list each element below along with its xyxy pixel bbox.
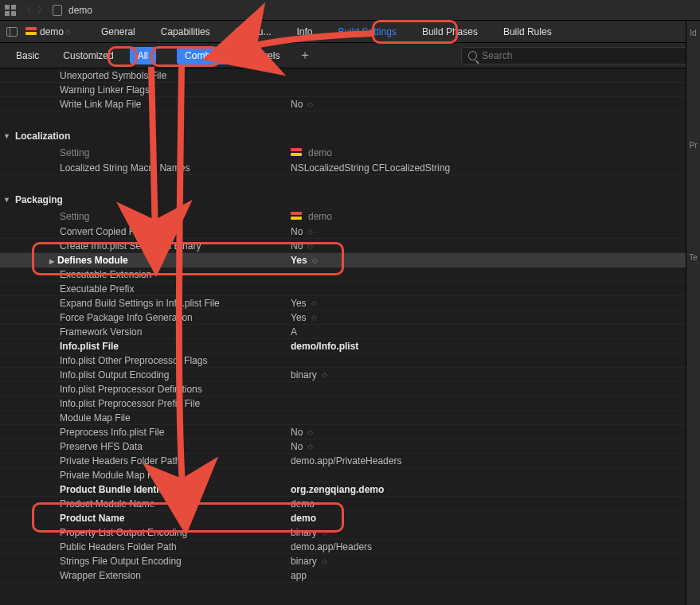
app-target-icon	[291, 212, 302, 221]
setting-row-product-name[interactable]: Product Namedemo	[0, 511, 700, 525]
setting-value[interactable]: Yes◇	[291, 255, 700, 266]
setting-row[interactable]: Framework VersionA	[0, 325, 700, 339]
tab-build-rules[interactable]: Build Rules	[491, 21, 565, 42]
setting-row[interactable]: Public Headers Folder Pathdemo.app/Heade…	[0, 540, 700, 554]
section-title: Packaging	[15, 194, 63, 205]
setting-row-defines-module[interactable]: Defines ModuleYes◇	[0, 253, 700, 267]
setting-value[interactable]: org.zengqiang.demo	[291, 484, 700, 495]
setting-key: Strings File Output Encoding	[0, 556, 291, 567]
breadcrumb-bar: 〈 〉 demo	[0, 0, 700, 21]
setting-key: Wrapper Extension	[0, 570, 291, 581]
tab-resource-tags[interactable]: Resou...	[223, 21, 284, 42]
tab-build-settings[interactable]: Build Settings	[326, 21, 409, 42]
setting-row[interactable]: Info.plist Preprocessor Definitions	[0, 382, 700, 396]
setting-key: Info.plist Other Preprocessor Flags	[0, 355, 291, 366]
apps-grid-icon[interactable]	[5, 5, 16, 16]
setting-key: Product Module Name	[0, 498, 291, 509]
setting-key: Defines Module	[0, 255, 291, 266]
setting-value[interactable]: demo	[291, 513, 700, 524]
setting-value[interactable]: binary◇	[291, 369, 700, 381]
setting-row[interactable]: Private Module Map File	[0, 468, 700, 482]
setting-row[interactable]: Unexported Symbols File	[0, 68, 700, 83]
setting-row[interactable]: Warning Linker Flags	[0, 83, 700, 97]
breadcrumb-file[interactable]: demo	[68, 5, 92, 16]
setting-row[interactable]: Create Info.plist Section in BinaryNo◇	[0, 239, 700, 253]
filter-basic[interactable]: Basic	[8, 47, 47, 64]
setting-key: Private Module Map File	[0, 470, 291, 481]
setting-value[interactable]: demo/Info.plist	[291, 341, 700, 352]
tab-capabilities[interactable]: Capabilities	[148, 21, 223, 42]
section-localization[interactable]: ▼ Localization	[0, 127, 700, 145]
setting-key: Convert Copied Files	[0, 226, 291, 237]
section-packaging[interactable]: ▼ Packaging	[0, 191, 700, 209]
setting-value[interactable]: No◇	[291, 99, 700, 110]
file-icon	[53, 5, 62, 16]
setting-row[interactable]: Info.plist Other Preprocessor Flags	[0, 353, 700, 368]
tab-general[interactable]: General	[88, 21, 148, 42]
setting-row[interactable]: Info.plist Preprocessor Prefix File	[0, 396, 700, 411]
setting-row[interactable]: Wrapper Extensionapp	[0, 568, 700, 583]
inspector-strip[interactable]: Id Pr Te	[686, 21, 700, 605]
section-title: Localization	[15, 131, 70, 142]
setting-row[interactable]: Strings File Output Encodingbinary◇	[0, 554, 700, 568]
setting-key: Info.plist Preprocessor Prefix File	[0, 398, 291, 409]
filter-combined[interactable]: Combined	[177, 47, 237, 64]
filter-all[interactable]: All	[130, 47, 156, 64]
panel-toggle-icon[interactable]	[6, 27, 18, 37]
setting-row[interactable]: Info.plist Filedemo/Info.plist	[0, 339, 700, 353]
setting-key: Warning Linker Flags	[0, 84, 291, 96]
setting-value[interactable]: app	[291, 570, 700, 581]
setting-value[interactable]: A	[291, 326, 700, 338]
search-field[interactable]	[461, 47, 692, 64]
setting-row[interactable]: Write Link Map File No◇	[0, 97, 700, 111]
setting-value[interactable]: demo.app/Headers	[291, 541, 700, 552]
setting-row[interactable]: Localized String Macro Names NSLocalized…	[0, 161, 700, 175]
setting-value[interactable]: Yes◇	[291, 298, 700, 309]
setting-row[interactable]: Force Package Info GenerationYes◇	[0, 310, 700, 325]
setting-key: Force Package Info Generation	[0, 312, 291, 323]
filter-bar: Basic Customized All Combined Levels ＋	[0, 43, 700, 68]
setting-row[interactable]: Module Map File	[0, 411, 700, 425]
target-selector[interactable]: demo ◇	[22, 26, 79, 37]
setting-value[interactable]: binary◇	[291, 527, 700, 538]
setting-value[interactable]: No◇	[291, 240, 700, 252]
filter-customized[interactable]: Customized	[55, 47, 121, 64]
setting-row[interactable]: Private Headers Folder Pathdemo.app/Priv…	[0, 454, 700, 468]
setting-row[interactable]: Product Module Namedemo	[0, 497, 700, 511]
nav-back-icon[interactable]: 〈	[22, 4, 31, 16]
setting-row[interactable]: Expand Build Settings in Info.plist File…	[0, 296, 700, 310]
disclosure-triangle-icon[interactable]: ▼	[3, 132, 10, 140]
inspector-label: Te	[686, 253, 700, 262]
setting-value[interactable]: demo.app/PrivateHeaders	[291, 455, 700, 466]
add-filter-button[interactable]: ＋	[299, 47, 311, 64]
filter-levels[interactable]: Levels	[244, 47, 288, 64]
setting-value[interactable]: No◇	[291, 441, 700, 452]
setting-row[interactable]: Product Bundle Identifierorg.zengqiang.d…	[0, 482, 700, 497]
setting-row[interactable]: Preserve HFS DataNo◇	[0, 439, 700, 454]
search-input[interactable]	[482, 50, 685, 61]
column-header: Setting demo	[0, 145, 700, 161]
setting-value[interactable]: demo	[291, 498, 700, 509]
setting-value[interactable]: No◇	[291, 226, 700, 237]
tab-build-phases[interactable]: Build Phases	[409, 21, 491, 42]
setting-row[interactable]: Property List Output Encodingbinary◇	[0, 525, 700, 540]
tab-info[interactable]: Info	[284, 21, 325, 42]
setting-row[interactable]: Preprocess Info.plist FileNo◇	[0, 425, 700, 439]
setting-value[interactable]: NSLocalizedString CFLocalizedString	[291, 162, 700, 174]
setting-row[interactable]: Executable Extension	[0, 267, 700, 282]
setting-row[interactable]: Info.plist Output Encodingbinary◇	[0, 368, 700, 382]
column-header: Setting demo	[0, 209, 700, 224]
setting-value[interactable]: Yes◇	[291, 312, 700, 323]
setting-key: Private Headers Folder Path	[0, 455, 291, 466]
setting-value[interactable]: binary◇	[291, 556, 700, 567]
disclosure-triangle-icon[interactable]: ▼	[3, 196, 10, 204]
setting-row[interactable]: Convert Copied FilesNo◇	[0, 224, 700, 239]
header-setting: Setting	[0, 211, 291, 222]
setting-key: Create Info.plist Section in Binary	[0, 240, 291, 252]
nav-forward-icon[interactable]: 〉	[37, 4, 46, 16]
header-target: demo	[308, 211, 332, 222]
setting-row[interactable]: Executable Prefix	[0, 282, 700, 296]
setting-value[interactable]: No◇	[291, 427, 700, 438]
setting-key: Public Headers Folder Path	[0, 541, 291, 552]
settings-content: Unexported Symbols File Warning Linker F…	[0, 68, 700, 583]
